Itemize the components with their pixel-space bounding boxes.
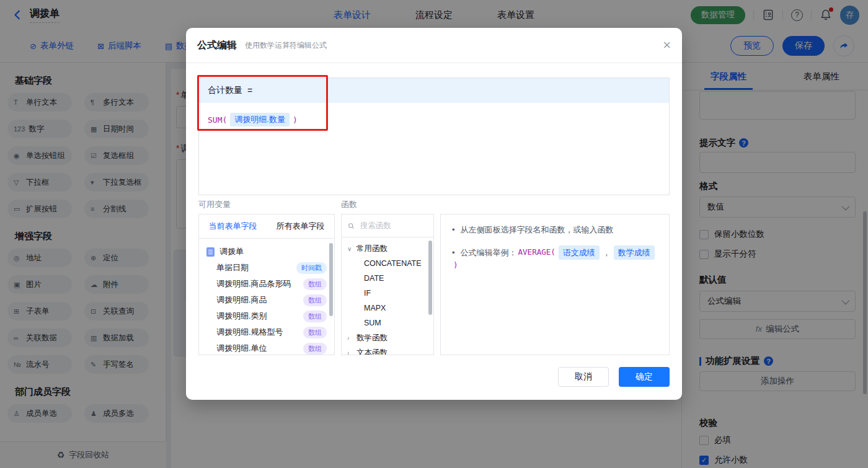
function-item[interactable]: DATE xyxy=(342,271,433,286)
function-item[interactable]: › 数学函数 xyxy=(342,330,433,345)
tree-chevron-icon: › xyxy=(347,335,353,342)
variable-field-row[interactable]: 单据日期 时间戳 xyxy=(199,260,334,276)
tree-chevron-icon: › xyxy=(347,350,353,356)
confirm-button[interactable]: 确定 xyxy=(619,367,670,387)
formula-expression[interactable]: SUM( 调拨明细.数量 ) xyxy=(199,103,669,136)
example-chip-1: 语文成绩 xyxy=(559,245,600,260)
functions-label: 函数 xyxy=(341,199,357,210)
example-function: AVERAGE( xyxy=(518,247,556,258)
tip-example-line: 公式编辑举例： AVERAGE( 语文成绩 ， 数学成绩 ) xyxy=(452,245,658,272)
close-icon[interactable]: × xyxy=(663,38,671,52)
variable-field-row[interactable]: 调拨明细.单位 数组 xyxy=(199,340,334,355)
formula-function: SUM( xyxy=(208,115,227,125)
variable-field-row[interactable]: 调拨明细.规格型号 数组 xyxy=(199,324,334,340)
type-badge: 数组 xyxy=(303,278,327,290)
tips-panel: 从左侧面板选择字段名和函数，或输入函数 公式编辑举例： AVERAGE( 语文成… xyxy=(440,214,670,355)
formula-editor[interactable]: 合计数量= SUM( 调拨明细.数量 ) xyxy=(198,77,670,195)
variable-field-row[interactable]: 调拨明细.商品条形码 数组 xyxy=(199,276,334,292)
formula-edit-modal: 公式编辑 使用数学运算符编辑公式 × 合计数量= SUM( 调拨明细.数量 ) … xyxy=(186,28,682,400)
tree-chevron-icon: ∨ xyxy=(347,245,353,252)
formula-target-row: 合计数量= xyxy=(199,78,669,103)
modal-header: 公式编辑 使用数学运算符编辑公式 × xyxy=(186,28,682,63)
type-badge: 数组 xyxy=(303,294,327,306)
type-badge: 数组 xyxy=(303,311,327,322)
function-item[interactable]: CONCATENATE xyxy=(342,256,433,271)
variables-tabs: 当前表单字段 所有表单字段 xyxy=(199,214,334,239)
variables-panel: 当前表单字段 所有表单字段 调拨单 单据日期 时间戳 xyxy=(198,214,335,355)
function-search xyxy=(342,214,433,237)
type-badge: 时间戳 xyxy=(296,262,327,274)
formula-field-chip[interactable]: 调拨明细.数量 xyxy=(230,113,290,126)
function-search-input[interactable] xyxy=(359,221,427,231)
type-badge: 数组 xyxy=(303,343,327,355)
variables-tab[interactable]: 当前表单字段 xyxy=(199,214,267,238)
variables-tab[interactable]: 所有表单字段 xyxy=(267,214,334,238)
functions-scrollbar[interactable] xyxy=(428,241,432,315)
variables-tree: 调拨单 单据日期 时间戳 调拨明细.商品条形码 数组 xyxy=(199,239,334,355)
modal-subtitle: 使用数学运算符编辑公式 xyxy=(245,40,327,51)
formula-close-paren: ) xyxy=(293,115,298,125)
variable-field-row[interactable]: 调拨明细.商品 数组 xyxy=(199,292,334,308)
function-item[interactable]: MAPX xyxy=(342,301,433,316)
function-item[interactable]: IF xyxy=(342,286,433,301)
tree-form-node[interactable]: 调拨单 xyxy=(199,244,334,260)
cancel-button[interactable]: 取消 xyxy=(558,367,609,387)
form-doc-icon xyxy=(206,247,215,257)
app-root: 调拨单 表单设计 流程设定 表单设置 数据管理 存 xyxy=(0,0,868,468)
variable-field-row[interactable]: 调拨明细.类别 数组 xyxy=(199,308,334,324)
variables-scrollbar[interactable] xyxy=(329,243,333,316)
type-badge: 数组 xyxy=(303,327,327,338)
tip-line: 从左侧面板选择字段名和函数，或输入函数 xyxy=(452,224,658,236)
function-item[interactable]: SUM xyxy=(342,316,433,330)
function-list: ∨ 常用函数 CONCATENATE DATE xyxy=(342,237,433,355)
search-icon xyxy=(348,222,355,230)
example-chip-2: 数学成绩 xyxy=(614,245,655,260)
function-item[interactable]: › 文本函数 xyxy=(342,345,433,355)
functions-panel: ∨ 常用函数 CONCATENATE DATE xyxy=(341,214,434,355)
modal-title: 公式编辑 xyxy=(197,39,237,52)
function-item[interactable]: ∨ 常用函数 xyxy=(342,241,433,256)
variables-label: 可用变量 xyxy=(198,199,231,210)
example-close-paren: ) xyxy=(453,260,458,272)
modal-footer: 取消 确定 xyxy=(186,367,670,387)
